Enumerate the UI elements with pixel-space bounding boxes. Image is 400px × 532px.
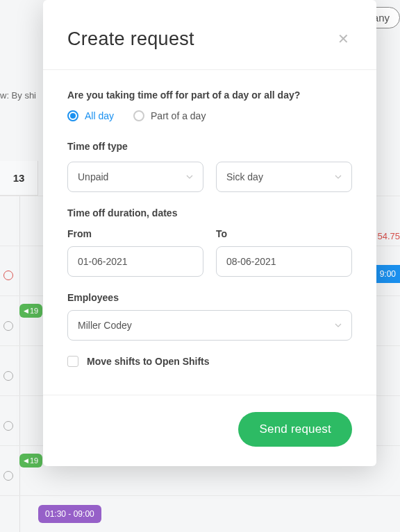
close-icon: ✕: [338, 31, 349, 46]
radio-icon: [133, 110, 144, 121]
employees-label: Employees: [67, 292, 352, 303]
shift-chip[interactable]: ◀ 19: [19, 454, 42, 467]
create-request-modal: Create request ✕ Are you taking time off…: [43, 0, 376, 466]
modal-header: Create request ✕: [43, 0, 376, 70]
duration-dates-label: Time off duration, dates: [67, 207, 352, 218]
shift-chip[interactable]: 9:00: [376, 265, 400, 283]
view-filter-label: w: By shi: [0, 90, 36, 101]
send-request-button[interactable]: Send request: [238, 412, 352, 447]
checkbox-icon: [67, 356, 78, 367]
radio-label: All day: [85, 110, 114, 121]
modal-footer: Send request: [43, 395, 376, 466]
clock-icon: [3, 321, 13, 331]
chevron-down-icon: [335, 173, 342, 180]
employees-select[interactable]: Miller Codey: [67, 310, 352, 341]
duration-radio-group: All day Part of a day: [67, 110, 352, 121]
modal-title: Create request: [67, 28, 194, 50]
timeoff-type-select-1[interactable]: Unpaid: [67, 162, 203, 192]
to-label: To: [216, 228, 352, 239]
hours-value: 54.75: [377, 231, 400, 241]
clock-icon: [3, 371, 13, 381]
shift-time: 19: [30, 307, 38, 315]
shift-time: 19: [30, 456, 38, 465]
chevron-down-icon: [186, 173, 193, 180]
close-button[interactable]: ✕: [335, 28, 352, 50]
shift-chip[interactable]: ◀ 19: [19, 304, 42, 318]
modal-body: Are you taking time off for part of a da…: [43, 70, 376, 395]
select-value: Sick day: [226, 171, 263, 182]
calendar-day-header: 13: [0, 161, 38, 196]
radio-part-day[interactable]: Part of a day: [133, 110, 206, 121]
radio-icon: [67, 110, 78, 121]
checkbox-label: Move shifts to Open Shifts: [87, 356, 210, 367]
to-date-input[interactable]: 08-06-2021: [216, 246, 352, 277]
radio-all-day[interactable]: All day: [67, 110, 114, 121]
chevron-down-icon: [335, 322, 342, 329]
type-label: Time off type: [67, 141, 352, 152]
select-value: Miller Codey: [78, 320, 132, 331]
date-value: 01-06-2021: [78, 256, 128, 267]
from-label: From: [67, 228, 203, 239]
timeoff-type-select-2[interactable]: Sick day: [216, 162, 352, 192]
duration-question: Are you taking time off for part of a da…: [67, 89, 352, 101]
from-date-input[interactable]: 01-06-2021: [67, 246, 203, 277]
clock-icon: [3, 471, 13, 481]
move-shifts-option[interactable]: Move shifts to Open Shifts: [67, 356, 352, 367]
select-value: Unpaid: [78, 171, 108, 182]
clock-icon: [3, 421, 13, 431]
radio-label: Part of a day: [151, 110, 206, 121]
shift-chip[interactable]: 01:30 - 09:00: [38, 505, 101, 523]
grid-row: [0, 495, 400, 496]
date-value: 08-06-2021: [226, 256, 276, 267]
clock-icon: [3, 271, 13, 280]
